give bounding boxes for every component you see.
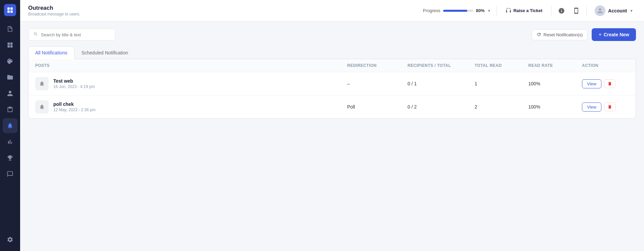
- sidebar-item-clipboard[interactable]: [3, 102, 17, 117]
- post-cell-2: poll chek 12 May, 2023 - 2:36 pm: [35, 100, 347, 114]
- post-info-2: poll chek 12 May, 2023 - 2:36 pm: [53, 101, 96, 112]
- raise-ticket-button[interactable]: Raise a Ticket: [502, 6, 546, 16]
- total-read-2: 2: [475, 104, 528, 110]
- search-box: [28, 29, 115, 41]
- sidebar-item-grid[interactable]: [3, 38, 17, 52]
- action-cell-2: View: [582, 102, 629, 112]
- header-action: Action: [582, 63, 629, 68]
- progress-pct: 80%: [476, 8, 485, 13]
- sidebar-item-settings[interactable]: [3, 232, 17, 247]
- headset-icon: [505, 8, 512, 14]
- redirection-1: –: [347, 81, 408, 86]
- action-bar: Reset Notification(s) + Create New: [28, 28, 636, 41]
- header-read-rate: Read Rate: [528, 63, 582, 68]
- notification-icon-1: [35, 77, 49, 90]
- svg-rect-0: [7, 7, 10, 10]
- tab-scheduled-notification[interactable]: Scheduled Notification: [74, 46, 135, 59]
- sidebar: [0, 0, 20, 251]
- search-icon: [33, 32, 38, 38]
- progress-bar-fill: [443, 10, 467, 12]
- search-input[interactable]: [41, 32, 110, 37]
- progress-area: Progress 80% ▼: [423, 8, 491, 13]
- content-area: Reset Notification(s) + Create New All N…: [20, 22, 644, 251]
- raise-ticket-label: Raise a Ticket: [514, 8, 542, 13]
- sidebar-item-bell[interactable]: [3, 118, 17, 133]
- table-row: Test web 16 Jun, 2023 - 4:19 pm – 0 / 1 …: [29, 72, 636, 95]
- page-subtitle: Broadcast message to users.: [28, 12, 418, 16]
- action-right: Reset Notification(s) + Create New: [532, 28, 636, 41]
- sidebar-logo[interactable]: [4, 4, 16, 16]
- sidebar-item-palette[interactable]: [3, 54, 17, 69]
- account-area[interactable]: Account ▼: [592, 4, 636, 17]
- topbar-title-area: Outreach Broadcast message to users.: [28, 5, 418, 16]
- sidebar-item-person[interactable]: [3, 86, 17, 101]
- table-row: poll chek 12 May, 2023 - 2:36 pm Poll 0 …: [29, 95, 636, 118]
- delete-button-1[interactable]: [604, 79, 615, 88]
- account-label: Account: [608, 8, 627, 13]
- create-label: Create New: [604, 32, 629, 37]
- recipients-1: 0 / 1: [408, 81, 475, 86]
- trash-icon-2: [607, 104, 612, 109]
- notifications-table: Posts Redirection Recipients / Total Tot…: [28, 59, 636, 119]
- topbar: Outreach Broadcast message to users. Pro…: [20, 0, 644, 22]
- create-plus-icon: +: [598, 32, 601, 38]
- table-header: Posts Redirection Recipients / Total Tot…: [29, 59, 636, 72]
- tab-all-notifications[interactable]: All Notifications: [28, 46, 74, 59]
- tabs: All Notifications Scheduled Notification: [28, 46, 636, 59]
- view-button-2[interactable]: View: [582, 102, 601, 112]
- svg-rect-2: [7, 10, 10, 13]
- header-redirection: Redirection: [347, 63, 408, 68]
- sidebar-item-document[interactable]: [3, 22, 17, 36]
- header-total-read: Total Read: [475, 63, 528, 68]
- post-title-2: poll chek: [53, 101, 96, 107]
- post-info-1: Test web 16 Jun, 2023 - 4:19 pm: [53, 78, 95, 89]
- chevron-down-icon: ▼: [487, 9, 491, 13]
- progress-label: Progress: [423, 8, 440, 13]
- trash-icon-1: [607, 81, 612, 86]
- page-title: Outreach: [28, 5, 418, 11]
- divider-2: [551, 6, 551, 15]
- info-button[interactable]: [557, 6, 566, 15]
- sidebar-item-folder[interactable]: [3, 70, 17, 85]
- device-preview-button[interactable]: [572, 6, 581, 15]
- post-cell-1: Test web 16 Jun, 2023 - 4:19 pm: [35, 77, 347, 90]
- action-cell-1: View: [582, 79, 629, 88]
- sidebar-item-chart[interactable]: [3, 134, 17, 149]
- reset-notifications-button[interactable]: Reset Notification(s): [532, 29, 588, 40]
- main-content: Outreach Broadcast message to users. Pro…: [20, 0, 644, 251]
- account-chevron-icon: ▼: [630, 9, 633, 13]
- sidebar-item-trophy[interactable]: [3, 151, 17, 165]
- topbar-right: Progress 80% ▼ Raise a Ticket: [423, 4, 636, 17]
- read-rate-2: 100%: [528, 104, 582, 110]
- read-rate-1: 100%: [528, 81, 582, 86]
- recipients-2: 0 / 2: [408, 104, 475, 110]
- header-recipients: Recipients / Total: [408, 63, 475, 68]
- post-date-2: 12 May, 2023 - 2:36 pm: [53, 108, 96, 112]
- notification-icon-2: [35, 100, 49, 114]
- header-posts: Posts: [35, 63, 347, 68]
- total-read-1: 1: [475, 81, 528, 86]
- tablet-icon: [573, 7, 580, 14]
- sidebar-item-chat[interactable]: [3, 167, 17, 181]
- divider-3: [586, 6, 587, 15]
- view-button-1[interactable]: View: [582, 79, 601, 88]
- svg-rect-3: [10, 10, 13, 13]
- svg-rect-1: [10, 7, 13, 10]
- create-new-button[interactable]: + Create New: [592, 28, 636, 41]
- reset-icon: [537, 32, 541, 37]
- redirection-2: Poll: [347, 104, 408, 110]
- post-date-1: 16 Jun, 2023 - 4:19 pm: [53, 84, 95, 89]
- reset-label: Reset Notification(s): [543, 32, 583, 37]
- divider: [496, 6, 497, 15]
- progress-bar: [443, 10, 473, 12]
- delete-button-2[interactable]: [604, 102, 615, 111]
- info-icon: [558, 7, 565, 14]
- avatar: [595, 5, 605, 16]
- post-title-1: Test web: [53, 78, 95, 84]
